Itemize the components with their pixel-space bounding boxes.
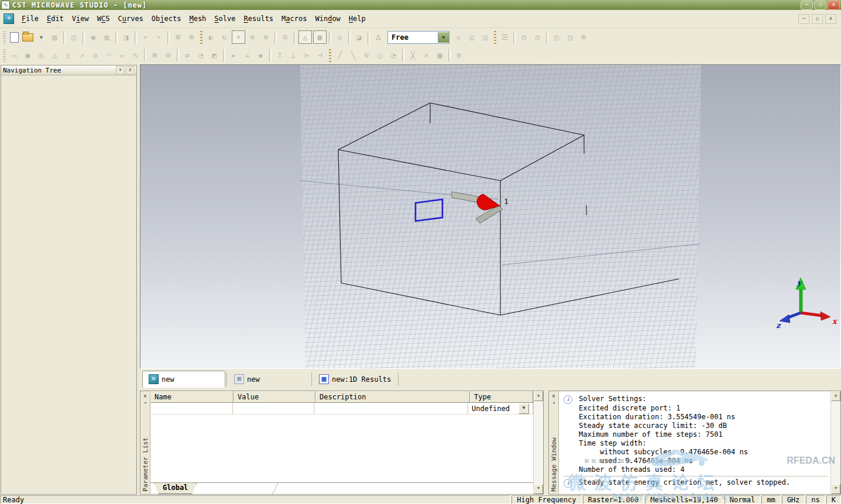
dimension-icon[interactable]: × <box>420 49 432 61</box>
normal-axis-icon[interactable]: ◬ <box>298 30 312 44</box>
view-tab-new[interactable]: ≋new <box>142 371 225 388</box>
export-1-icon[interactable]: ◰ <box>551 31 563 43</box>
menu-objects[interactable]: Objects <box>147 13 186 25</box>
param-type-cell[interactable]: Undefined▼ <box>468 403 533 415</box>
history-list-icon[interactable]: ☰ <box>499 31 511 43</box>
loft-icon[interactable]: ◠ <box>102 49 115 61</box>
scroll-down-icon[interactable]: ▼ <box>831 484 840 494</box>
measure-line-icon[interactable]: ╳ <box>407 49 419 61</box>
view-tab-new[interactable]: ▦new <box>228 371 310 388</box>
view-back-icon[interactable]: ◲ <box>479 31 492 43</box>
navtree-dropdown-icon[interactable]: ▾ <box>116 66 125 74</box>
redo-icon[interactable]: ↷ <box>153 31 165 43</box>
navigation-tree-content[interactable] <box>1 75 136 494</box>
menu-view[interactable]: View <box>68 13 93 25</box>
curve-polygon-icon[interactable]: ╲ <box>347 49 359 61</box>
global-sheet-tab[interactable]: Global <box>154 483 197 494</box>
view-tab-new-1d-results[interactable]: ▦new:1D Results <box>313 371 397 388</box>
viewport-3d[interactable]: 1 y x z <box>140 64 841 369</box>
menu-edit[interactable]: Edit <box>43 13 68 25</box>
cut-icon[interactable]: ⊠ <box>172 31 184 43</box>
menu-curves[interactable]: Curves <box>114 13 147 25</box>
stop-solver-icon[interactable]: ⊘ <box>453 49 465 61</box>
child-minimize-button[interactable]: − <box>798 14 809 24</box>
print-icon[interactable]: ◫ <box>68 31 80 43</box>
prev-view-icon[interactable]: ◴ <box>518 31 530 43</box>
param-name-cell[interactable] <box>150 403 233 415</box>
menu-macros[interactable]: Macros <box>277 13 311 25</box>
type-dropdown-icon[interactable]: ▼ <box>519 403 529 414</box>
curve-ellipse-icon[interactable]: ○ <box>374 49 386 61</box>
primitive-sphere-icon[interactable]: ● <box>22 49 34 61</box>
view-front-icon[interactable]: ◱ <box>466 31 478 43</box>
navtree-close-icon[interactable]: x <box>126 66 135 74</box>
menu-mesh[interactable]: Mesh <box>185 13 210 25</box>
msgwin-collapse-icon[interactable]: ◂ <box>550 400 558 406</box>
child-restore-button[interactable]: ▫ <box>812 14 823 24</box>
scroll-up-icon[interactable]: ▲ <box>534 391 543 401</box>
new-file-icon[interactable] <box>8 31 20 43</box>
next-view-icon[interactable]: ◷ <box>531 31 544 43</box>
solid-check-icon[interactable]: ▦ <box>434 49 446 61</box>
scroll-down-icon[interactable]: ▼ <box>534 484 543 494</box>
rotate-view-icon[interactable]: ↻ <box>218 31 231 43</box>
help-book-icon[interactable]: ▥ <box>101 31 113 43</box>
transform-icon[interactable]: ⇄ <box>181 49 194 61</box>
copy-image-icon[interactable]: ◨ <box>120 31 132 43</box>
waveguide-port-icon[interactable]: ⊤ <box>274 49 286 61</box>
param-description-cell[interactable] <box>314 403 468 415</box>
probe-icon[interactable]: ⊣ <box>314 49 327 61</box>
pick-point-icon[interactable]: ▸ <box>228 49 240 61</box>
menu-wcs[interactable]: WCS <box>93 13 114 25</box>
zoom-selection-icon[interactable]: ⊡ <box>279 31 291 43</box>
menu-window[interactable]: Window <box>311 13 344 25</box>
paramlist-close-icon[interactable]: x <box>142 392 149 400</box>
discrete-port-icon[interactable]: ⊥ <box>287 49 300 61</box>
primitive-cylinder-icon[interactable]: ▯ <box>62 49 74 61</box>
paramlist-collapse-icon[interactable]: ◂ <box>142 400 149 406</box>
restore-button[interactable]: ❐ <box>814 1 826 10</box>
lumped-element-icon[interactable]: ⊢ <box>301 49 313 61</box>
pick-face-icon[interactable]: ◆ <box>255 49 267 61</box>
boolean-subtract-icon[interactable]: ⊟ <box>162 49 174 61</box>
parameter-table-empty-area[interactable] <box>150 415 533 482</box>
menu-results[interactable]: Results <box>240 13 278 25</box>
render-icon[interactable]: ◐ <box>205 31 217 43</box>
open-dropdown-icon[interactable]: ▾ <box>35 31 47 43</box>
scroll-up-icon[interactable]: ▲ <box>831 391 840 401</box>
primitive-brick-icon[interactable]: ▭ <box>8 49 20 61</box>
toolbar-grip[interactable] <box>3 31 6 44</box>
open-file-icon[interactable] <box>22 31 34 43</box>
view-mode-dropdown-icon[interactable]: ▼ <box>438 32 449 43</box>
undo-icon[interactable]: ↶ <box>139 31 152 43</box>
msgwin-close-icon[interactable]: x <box>550 392 558 400</box>
minimize-button[interactable]: − <box>801 1 813 10</box>
curve-line-icon[interactable]: ╱ <box>334 49 346 61</box>
bounding-box-icon[interactable]: ▫ <box>452 31 465 43</box>
curve-wire-icon[interactable]: ∿ <box>129 49 142 61</box>
extrude-icon[interactable]: ⇗ <box>75 49 88 61</box>
curve-arc-icon[interactable]: ◔ <box>387 49 400 61</box>
rotate-profile-icon[interactable]: ↺ <box>89 49 101 61</box>
toolbar-grip[interactable] <box>3 49 6 62</box>
close-button[interactable]: × <box>828 1 840 10</box>
menu-solve[interactable]: Solve <box>210 13 239 25</box>
parameter-row[interactable]: Undefined▼ <box>150 403 533 415</box>
boolean-add-icon[interactable]: ⊞ <box>149 49 161 61</box>
pick-edge-icon[interactable]: ∠ <box>241 49 253 61</box>
child-close-button[interactable]: × <box>825 14 836 24</box>
curve-circle-icon[interactable]: ⊙ <box>361 49 373 61</box>
zoom-out-icon[interactable]: ⊖ <box>246 31 259 43</box>
blend-icon[interactable]: ◔ <box>195 49 207 61</box>
workplane-icon[interactable]: ∆ <box>372 31 385 43</box>
menu-help[interactable]: Help <box>345 13 370 25</box>
export-3-icon[interactable]: ⊞ <box>578 31 590 43</box>
perspective-icon[interactable]: ◇ <box>334 31 346 43</box>
zoom-in-icon[interactable]: ⊕ <box>260 31 272 43</box>
view-mode-combo[interactable]: Free▼ <box>387 31 449 44</box>
child-window-icon[interactable]: ≋ <box>4 13 14 24</box>
info-icon[interactable]: ◉ <box>87 31 99 43</box>
save-icon[interactable]: ▤ <box>49 31 61 43</box>
primitive-cone-icon[interactable]: △ <box>49 49 61 61</box>
paste-icon[interactable]: ⊞ <box>186 31 198 43</box>
